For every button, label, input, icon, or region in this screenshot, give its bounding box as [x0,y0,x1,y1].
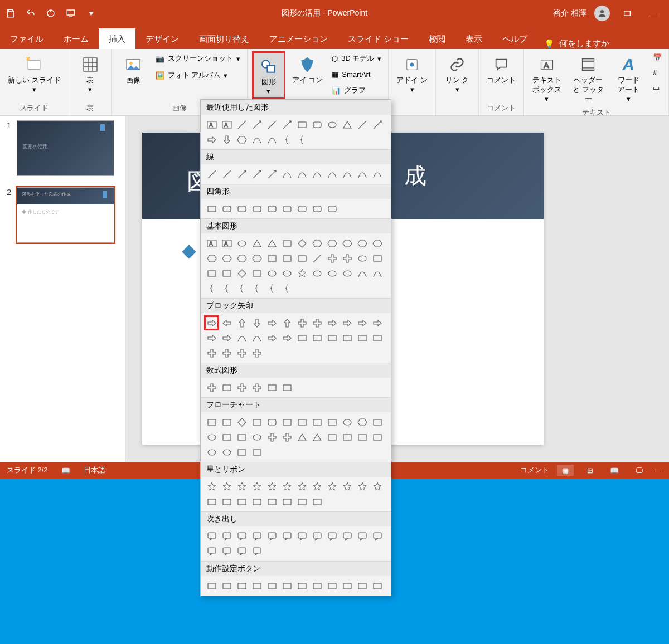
spell-check-icon[interactable]: 📖 [61,466,70,475]
shape-item[interactable] [340,479,355,494]
shape-item[interactable] [370,236,385,251]
shape-item[interactable] [264,251,279,266]
shape-item[interactable] [219,544,234,559]
shape-item[interactable] [324,236,340,251]
ribbon-options-icon[interactable] [618,6,637,21]
shape-item[interactable] [279,578,294,593]
shape-item[interactable] [249,132,264,147]
shape-item[interactable] [204,330,219,345]
shape-item[interactable] [279,414,294,430]
comments-pane-button[interactable]: コメント [520,465,549,475]
shape-item[interactable] [370,414,385,430]
shape-item[interactable] [355,117,370,132]
shape-item[interactable] [309,430,324,445]
wordart-button[interactable]: A ワード アート ▾ [612,51,645,105]
shape-item[interactable] [204,345,219,360]
shape-item[interactable] [264,167,279,182]
shape-item[interactable] [324,201,340,216]
shape-item[interactable] [370,330,385,345]
minimize-icon[interactable]: — [644,6,663,21]
shape-item[interactable] [234,330,249,345]
shape-item[interactable] [324,529,340,544]
shape-item[interactable] [355,529,370,544]
slide-number-button[interactable]: # [651,66,664,79]
shape-item[interactable]: A [219,236,234,251]
start-slideshow-icon[interactable] [66,8,76,18]
shape-item[interactable] [234,251,249,266]
shape-item[interactable] [234,445,249,460]
shape-item[interactable] [204,479,219,494]
shape-item[interactable]: A [204,236,219,251]
shape-item[interactable] [219,132,234,147]
shape-item[interactable] [309,414,324,430]
shape-item[interactable] [264,281,279,296]
shape-item[interactable] [355,330,370,345]
shape-item[interactable] [264,330,279,345]
shape-item[interactable] [234,132,249,147]
tab-slideshow[interactable]: スライド ショー [338,28,419,49]
shape-item[interactable] [219,281,234,296]
shape-item[interactable] [294,330,309,345]
shape-item[interactable] [324,330,340,345]
shape-item[interactable] [264,578,279,593]
shape-item[interactable] [219,380,234,395]
shape-item[interactable] [219,266,234,281]
reading-view-icon[interactable]: 📖 [606,465,623,476]
shape-item[interactable] [249,414,264,430]
slideshow-view-icon[interactable]: 🖵 [631,465,647,476]
shape-item[interactable] [370,117,385,132]
shape-item[interactable] [279,281,294,296]
tell-me-search[interactable]: 💡 何をしますか [537,38,616,49]
shape-item[interactable] [204,445,219,460]
shape-item[interactable] [340,529,355,544]
shape-item[interactable] [249,236,264,251]
shape-item[interactable] [340,236,355,251]
shape-item[interactable] [309,529,324,544]
table-button[interactable]: 表 ▾ [74,51,107,96]
shape-item[interactable] [340,117,355,132]
shape-item[interactable] [340,315,355,330]
shape-item[interactable] [324,315,340,330]
date-time-button[interactable]: 📅 [651,51,664,64]
link-button[interactable]: リン ク ▾ [440,51,474,96]
tab-help[interactable]: ヘルプ [492,28,537,49]
shape-item[interactable] [340,167,355,182]
normal-view-icon[interactable]: ▦ [557,465,574,476]
shape-item[interactable] [340,251,355,266]
shape-item[interactable] [249,251,264,266]
shape-item[interactable] [324,578,340,593]
shape-item[interactable] [294,132,309,147]
shape-item[interactable] [249,494,264,509]
tab-home[interactable]: ホーム [54,28,99,49]
shape-item[interactable] [219,315,234,330]
shape-item[interactable] [279,380,294,395]
shape-item[interactable] [234,479,249,494]
shape-item[interactable] [340,430,355,445]
shape-item[interactable] [324,479,340,494]
shape-item[interactable] [355,315,370,330]
shape-item[interactable] [204,544,219,559]
shape-item[interactable] [294,201,309,216]
shape-item[interactable] [370,251,385,266]
shape-item[interactable] [279,167,294,182]
shape-item[interactable] [219,494,234,509]
shape-item[interactable] [234,266,249,281]
shape-item[interactable] [279,236,294,251]
shape-item[interactable] [279,430,294,445]
shape-item[interactable] [219,445,234,460]
shape-item[interactable] [219,578,234,593]
shape-item[interactable] [204,132,219,147]
shape-item[interactable] [219,330,234,345]
shape-item[interactable] [294,479,309,494]
tab-insert[interactable]: 挿入 [99,28,135,49]
shape-item[interactable] [294,430,309,445]
smartart-button[interactable]: ▦SmartArt [329,68,384,81]
shape-item[interactable] [234,201,249,216]
shape-item[interactable] [234,380,249,395]
shape-item[interactable] [219,414,234,430]
shape-item[interactable] [324,414,340,430]
slide-thumbnail-1[interactable]: 図形の活用 [17,120,114,176]
shape-item[interactable] [204,167,219,182]
new-slide-button[interactable]: 新しい スライド ▾ [4,51,64,96]
shape-item[interactable] [279,529,294,544]
